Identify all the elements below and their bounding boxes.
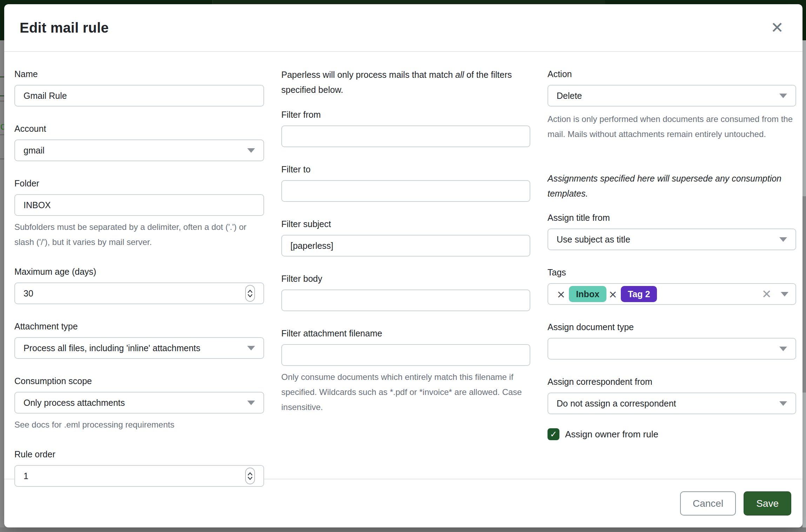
filter-attachment-filename-input[interactable] <box>281 344 530 366</box>
assign-document-type-select[interactable] <box>548 338 796 360</box>
attachment-type-select-value: Process all files, including 'inline' at… <box>23 343 200 353</box>
check-icon: ✓ <box>550 430 557 438</box>
filters-intro-italic: all <box>455 70 464 80</box>
action-select[interactable]: Delete <box>548 85 796 107</box>
assign-document-type-label: Assign document type <box>548 320 796 334</box>
chevron-down-icon <box>247 346 255 350</box>
account-label: Account <box>14 122 264 135</box>
assignments-note: Assignments specified here will supersed… <box>548 171 796 201</box>
filter-body-input[interactable] <box>281 289 530 311</box>
max-age-input[interactable] <box>14 282 264 304</box>
folder-help-text: Subfolders must be separated by a delimi… <box>14 219 264 250</box>
background-page-left-sliver: d <box>0 40 4 532</box>
account-select-value: gmail <box>23 145 45 156</box>
assign-owner-label: Assign owner from rule <box>565 429 658 440</box>
background-page-bottom-sliver <box>0 527 806 532</box>
cancel-button[interactable]: Cancel <box>680 491 736 516</box>
column-filters: Paperless will only process mails that m… <box>281 67 530 502</box>
filter-attachment-filename-help-text: Only consume documents which entirely ma… <box>281 369 530 415</box>
chevron-down-icon <box>779 94 787 98</box>
assign-correspondent-from-label: Assign correspondent from <box>548 375 796 388</box>
assign-owner-row: ✓ Assign owner from rule <box>548 428 796 440</box>
background-table-line <box>0 134 4 135</box>
screen: d Edit mail rule ✕ Name Account gmail <box>0 0 806 532</box>
filter-from-input[interactable] <box>281 125 530 147</box>
background-scrollbar[interactable] <box>802 40 806 532</box>
stepper-up-icon[interactable] <box>248 472 253 476</box>
stepper-up-icon[interactable] <box>248 290 253 293</box>
name-input[interactable] <box>14 85 264 107</box>
clear-all-icon[interactable]: ✕ <box>762 287 772 301</box>
assign-title-from-label: Assign title from <box>548 211 796 224</box>
tag-remove-icon[interactable]: × <box>606 288 621 300</box>
filter-body-label: Filter body <box>281 272 530 285</box>
assign-correspondent-from-select[interactable]: Do not assign a correspondent <box>548 393 796 414</box>
stepper-down-icon[interactable] <box>248 294 253 297</box>
column-general: Name Account gmail Folder Subfolders mus… <box>14 67 264 502</box>
stepper-down-icon[interactable] <box>248 477 253 480</box>
rule-order-label: Rule order <box>14 448 264 461</box>
number-stepper[interactable] <box>245 468 255 484</box>
consumption-scope-help-text: See docs for .eml processing requirement… <box>14 417 264 432</box>
tag-chip[interactable]: Inbox <box>569 286 606 302</box>
background-table-line <box>0 76 4 77</box>
action-help-text: Action is only performed when documents … <box>548 111 796 142</box>
chevron-down-icon <box>779 401 787 406</box>
assign-title-from-select[interactable]: Use subject as title <box>548 229 796 250</box>
filter-to-label: Filter to <box>281 163 530 176</box>
consumption-scope-label: Consumption scope <box>14 374 264 388</box>
tags-multiselect[interactable]: × Inbox × Tag 2 ✕ <box>548 283 796 305</box>
account-select[interactable]: gmail <box>14 139 264 161</box>
filters-intro-prefix: Paperless will only process mails that m… <box>281 70 455 80</box>
assign-correspondent-from-select-value: Do not assign a correspondent <box>557 398 676 409</box>
chevron-down-icon <box>247 401 255 405</box>
edit-mail-rule-dialog: Edit mail rule ✕ Name Account gmail <box>4 4 802 527</box>
action-label: Action <box>548 67 796 81</box>
dialog-title: Edit mail rule <box>20 20 109 36</box>
background-table-line <box>0 101 4 102</box>
chevron-down-icon <box>779 237 787 242</box>
assign-owner-checkbox[interactable]: ✓ <box>548 428 559 440</box>
folder-label: Folder <box>14 177 264 190</box>
tag-chip[interactable]: Tag 2 <box>621 286 657 302</box>
assign-title-from-select-value: Use subject as title <box>557 234 630 245</box>
dialog-body: Name Account gmail Folder Subfolders mus… <box>4 52 802 479</box>
dialog-header: Edit mail rule ✕ <box>4 4 802 52</box>
consumption-scope-select-value: Only process attachments <box>23 398 125 408</box>
name-label: Name <box>14 67 264 81</box>
consumption-scope-select[interactable]: Only process attachments <box>14 392 264 414</box>
chevron-down-icon <box>781 292 788 296</box>
chevron-down-icon <box>779 347 787 351</box>
attachment-type-select[interactable]: Process all files, including 'inline' at… <box>14 337 264 359</box>
filter-subject-label: Filter subject <box>281 217 530 231</box>
attachment-type-label: Attachment type <box>14 320 264 333</box>
max-age-label: Maximum age (days) <box>14 265 264 278</box>
background-table-line <box>0 95 4 96</box>
number-stepper[interactable] <box>245 285 255 302</box>
background-table-line <box>0 158 4 159</box>
save-button[interactable]: Save <box>744 491 791 516</box>
filter-attachment-filename-label: Filter attachment filename <box>281 327 530 340</box>
action-select-value: Delete <box>557 91 582 101</box>
chevron-down-icon <box>247 148 255 153</box>
rule-order-input[interactable] <box>14 465 264 487</box>
column-action-assignments: Action Delete Action is only performed w… <box>548 67 796 502</box>
filter-subject-input[interactable] <box>281 235 530 257</box>
close-icon[interactable]: ✕ <box>767 19 787 37</box>
filter-from-label: Filter from <box>281 108 530 121</box>
tags-label: Tags <box>548 266 796 279</box>
tag-remove-icon[interactable]: × <box>555 288 569 300</box>
filter-to-input[interactable] <box>281 180 530 202</box>
filters-intro-text: Paperless will only process mails that m… <box>281 67 530 97</box>
background-scrollbar-thumb[interactable] <box>802 196 806 393</box>
folder-input[interactable] <box>14 194 264 216</box>
